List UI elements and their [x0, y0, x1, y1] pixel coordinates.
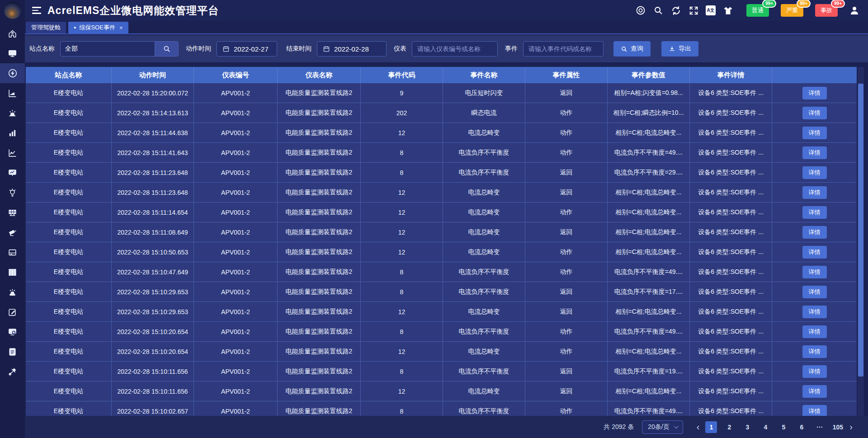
user-avatar-icon[interactable]	[849, 5, 860, 16]
cell-time: 2022-02-28 15:10:20.654	[112, 342, 194, 361]
detail-button[interactable]: 详情	[802, 186, 827, 199]
tab-soe-events[interactable]: ● 综保SOE事件 ×	[68, 22, 128, 33]
page-ellipsis[interactable]: ···	[814, 421, 826, 433]
cell-site: E楼变电站	[26, 103, 112, 122]
detail-button[interactable]: 详情	[802, 405, 827, 416]
cell-actions: 详情	[772, 282, 857, 301]
cell-event-attr: 返回	[525, 163, 608, 182]
menu-toggle-icon[interactable]	[32, 7, 41, 14]
sidebar-item-monitor-gear[interactable]	[0, 322, 25, 342]
cell-actions: 详情	[772, 163, 857, 182]
table-header-row: 站点名称动作时间仪表编号仪表名称事件代码事件名称事件属性事件参数值事件详情	[26, 67, 857, 83]
cell-meter-name: 电能质量监测装置线路2	[278, 362, 361, 381]
detail-button[interactable]: 详情	[802, 325, 827, 338]
next-page-icon[interactable]: ›	[847, 422, 855, 432]
sidebar-item-edit[interactable]	[0, 302, 25, 322]
sidebar-item-report-doc[interactable]	[0, 342, 25, 362]
site-select-input[interactable]	[61, 42, 155, 56]
alarm-badge[interactable]: 普通99+	[746, 4, 769, 17]
service-at-icon[interactable]	[635, 5, 646, 16]
sidebar-item-cctv-camera[interactable]	[0, 222, 25, 242]
cell-site: E楼变电站	[26, 183, 112, 202]
prev-page-icon[interactable]: ‹	[694, 422, 703, 432]
detail-button[interactable]: 详情	[802, 107, 827, 119]
sidebar-item-bulb[interactable]	[0, 183, 25, 203]
translate-icon[interactable]: A文	[706, 5, 716, 15]
scrollbar-thumb[interactable]	[858, 84, 863, 377]
pagination-bar: 共 2092 条 20条/页 ‹ 123456···105 ›	[25, 416, 868, 438]
event-input[interactable]	[523, 41, 604, 57]
sidebar-item-home[interactable]	[0, 24, 25, 43]
vertical-scrollbar[interactable]	[858, 67, 864, 416]
sidebar-item-screen-monitor[interactable]	[0, 43, 25, 63]
cell-event-param: 电流负序不平衡度=29....	[608, 163, 690, 182]
sidebar-item-line-chart[interactable]	[0, 143, 25, 163]
cell-event-attr: 动作	[525, 242, 608, 262]
app-logo[interactable]	[4, 2, 21, 19]
page-size-select[interactable]: 20条/页	[642, 420, 683, 434]
theme-shirt-icon[interactable]	[722, 5, 733, 16]
sidebar-item-cabinet[interactable]	[0, 262, 25, 282]
table-row: E楼变电站2022-02-28 15:11:41.643APV001-2电能质量…	[26, 143, 857, 163]
cell-event-code: 9	[361, 83, 443, 103]
detail-button[interactable]: 详情	[802, 127, 827, 139]
detail-button[interactable]: 详情	[802, 166, 827, 179]
sidebar-item-solar-panel[interactable]	[0, 203, 25, 222]
monitor-gear-icon	[8, 327, 17, 337]
cell-event-attr: 动作	[525, 143, 608, 162]
refresh-icon[interactable]	[670, 5, 681, 16]
cell-time: 2022-02-28 15:10:29.653	[112, 282, 194, 301]
sidebar-item-alarm-lamp[interactable]	[0, 282, 25, 302]
sidebar-item-bar-chart[interactable]	[0, 123, 25, 143]
page-button-5[interactable]: 5	[778, 421, 789, 433]
cell-event-param: 相别=C相;电流总畸变...	[608, 342, 690, 361]
site-search-button[interactable]	[155, 42, 178, 56]
page-button-1[interactable]: 1	[705, 421, 717, 433]
search-icon[interactable]	[653, 5, 664, 16]
cell-event-detail: 设备6 类型:SOE事件 ...	[690, 342, 772, 361]
meter-input[interactable]	[412, 41, 498, 57]
close-tab-icon[interactable]: ×	[119, 24, 123, 31]
detail-button[interactable]: 详情	[802, 286, 827, 298]
detail-button[interactable]: 详情	[802, 146, 827, 159]
page-button-2[interactable]: 2	[723, 421, 735, 433]
detail-button[interactable]: 详情	[802, 266, 827, 278]
detail-button[interactable]: 详情	[802, 226, 827, 239]
page-button-3[interactable]: 3	[741, 421, 753, 433]
detail-button[interactable]: 详情	[802, 306, 827, 318]
end-date-picker[interactable]: 2022-02-28	[317, 41, 387, 57]
alarm-badge[interactable]: 严重99+	[781, 4, 803, 17]
page-button-4[interactable]: 4	[760, 421, 771, 433]
cell-site: E楼变电站	[26, 203, 112, 222]
detail-button[interactable]: 详情	[802, 385, 827, 398]
home-icon	[8, 29, 17, 38]
page-button-6[interactable]: 6	[796, 421, 807, 433]
start-date-picker[interactable]: 2022-02-27	[217, 41, 277, 57]
cell-site: E楼变电站	[26, 282, 112, 301]
cell-meter-name: 电能质量监测装置线路2	[278, 103, 361, 122]
sidebar-item-alarm-siren[interactable]	[0, 103, 25, 123]
tab-dashboard[interactable]: 管理驾驶舱	[26, 22, 66, 33]
detail-button[interactable]: 详情	[802, 365, 827, 378]
detail-button[interactable]: 详情	[802, 345, 827, 358]
cell-time: 2022-02-28 15:11:23.648	[112, 183, 194, 202]
badge-label: 普通	[752, 6, 764, 14]
detail-button[interactable]: 详情	[802, 206, 827, 219]
table-row: E楼变电站2022-02-28 15:20:00.072APV001-2电能质量…	[26, 83, 857, 103]
detail-button[interactable]: 详情	[802, 246, 827, 259]
cell-meter-no: APV001-2	[194, 262, 278, 282]
sidebar-item-energy[interactable]	[0, 63, 25, 83]
cell-event-detail: 设备6 类型:SOE事件 ...	[690, 401, 772, 416]
sidebar-item-panel-card[interactable]	[0, 242, 25, 262]
page-button-105[interactable]: 105	[832, 421, 844, 433]
sidebar-item-tools[interactable]	[0, 362, 25, 381]
detail-button[interactable]: 详情	[802, 87, 827, 99]
alarm-badge[interactable]: 事故99+	[815, 4, 838, 17]
sidebar-item-monitor-trend[interactable]	[0, 163, 25, 183]
cell-event-name: 电压短时闪变	[443, 83, 525, 103]
badge-label: 事故	[821, 6, 832, 14]
sidebar-item-area-chart[interactable]	[0, 83, 25, 103]
query-button[interactable]: 查询	[613, 41, 651, 57]
fullscreen-icon[interactable]	[688, 5, 699, 16]
export-button[interactable]: 导出	[661, 41, 698, 57]
